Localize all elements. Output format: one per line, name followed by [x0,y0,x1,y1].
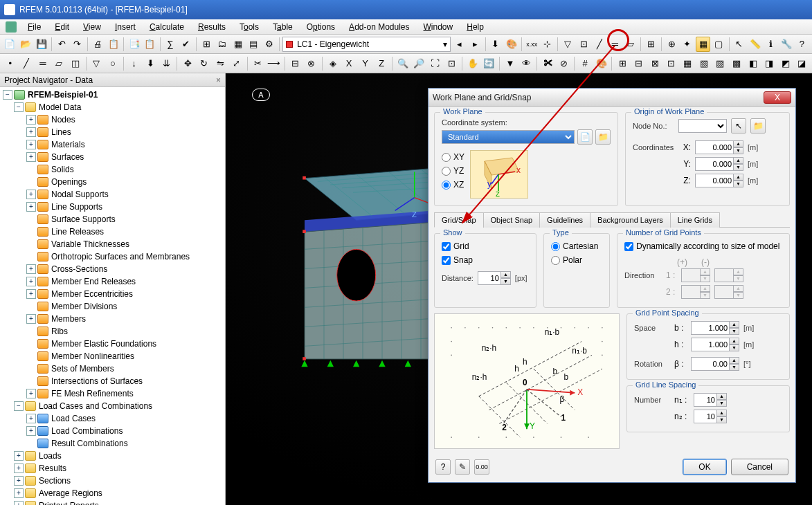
tree-item[interactable]: + Sections [1,475,224,487]
tab-objectsnap[interactable]: Object Snap [483,212,541,228]
tree-item[interactable]: + Nodes [1,113,224,126]
tree-item[interactable]: Ribs [1,325,224,338]
next-lc-icon[interactable]: ▸ [468,37,482,52]
menu-file[interactable]: File [22,21,46,33]
zoom-window-icon[interactable]: ⊡ [444,56,460,71]
show-results-icon[interactable]: 🎨 [504,37,518,52]
view-iso-icon[interactable]: ◈ [325,56,341,71]
misc11-icon[interactable]: ◩ [778,56,793,71]
tree-item[interactable]: + Materials [1,138,224,151]
color-icon[interactable]: 🎨 [594,56,609,71]
new-icon[interactable]: 📄 [3,37,17,52]
tree-root[interactable]: − RFEM-Beispiel-01 [1,89,224,101]
tab-bglayers[interactable]: Background Layers [590,212,671,228]
menu-calculate[interactable]: Calculate [144,21,190,33]
apply-button[interactable]: ✎ [455,459,470,475]
menu-edit[interactable]: Edit [49,21,75,33]
wireframe-icon[interactable]: ▢ [712,37,726,52]
open-icon[interactable]: 📂 [19,37,33,52]
select-icon[interactable]: ↖ [732,37,747,52]
misc2-icon[interactable]: ⊟ [631,56,647,71]
misc6-icon[interactable]: ▧ [696,56,712,71]
orbit-icon[interactable]: 🔄 [482,56,497,71]
view-x-icon[interactable]: X [341,56,357,71]
intersect-icon[interactable]: ⊗ [304,56,319,71]
misc12-icon[interactable]: ◪ [794,56,809,71]
measure-icon[interactable]: 📏 [748,37,762,52]
tab-gridsnap[interactable]: Grid/Snap [434,212,484,228]
hinge-tool-icon[interactable]: ○ [105,56,120,71]
menu-insert[interactable]: Insert [109,21,141,33]
copy-icon[interactable]: 📑 [127,37,141,52]
coord-icon[interactable]: ✦ [680,37,695,52]
render-icon[interactable]: ▦ [696,37,710,52]
menu-options[interactable]: Options [301,21,341,33]
dim-icon[interactable]: x.xx [525,37,539,52]
tree-item[interactable]: Solids [1,163,224,176]
spacing-h-input[interactable]: ▲▼ [691,338,739,351]
tree-lcc[interactable]: − Load Cases and Combinations [1,400,224,412]
snap-icon[interactable]: ⊕ [665,37,679,52]
addon-icon[interactable]: 🔧 [779,37,794,52]
coord-new-button[interactable]: 📄 [577,129,593,145]
tree-item[interactable]: Member Divisions [1,300,224,313]
number-icon[interactable]: # [577,56,593,71]
line-tool-icon[interactable]: ╱ [19,56,35,71]
info-icon[interactable]: ℹ [764,37,778,52]
misc3-icon[interactable]: ⊠ [648,56,663,71]
navigator-tree[interactable]: − RFEM-Beispiel-01 − Model Data + Nodes … [0,87,225,505]
snap-distance-input[interactable]: ▲▼ [478,271,511,285]
zoom-out-icon[interactable]: 🔎 [411,56,426,71]
members-icon[interactable]: ═ [608,37,622,52]
support-tool-icon[interactable]: ▽ [89,56,105,71]
scale-icon[interactable]: ⤢ [229,56,244,71]
show-snap-check[interactable]: Snap [442,253,529,267]
load-line-icon[interactable]: ⬇ [143,56,158,71]
tree-item[interactable]: + Loads [1,450,224,462]
coord-lib-button[interactable]: 📁 [595,129,611,145]
origin-y-input[interactable]: ▲▼ [695,157,743,171]
cancel-button[interactable]: Cancel [731,459,788,475]
member-tool-icon[interactable]: ═ [35,56,51,71]
menu-view[interactable]: View [78,21,107,33]
paste-icon[interactable]: 📋 [143,37,157,52]
divide-icon[interactable]: ✂ [251,56,266,71]
move-icon[interactable]: ✥ [180,56,195,71]
nodes-icon[interactable]: ⊡ [577,37,591,52]
origin-z-input[interactable]: ▲▼ [695,174,743,187]
tree-item[interactable]: + FE Mesh Refinements [1,387,224,400]
tree-item[interactable]: + Lines [1,126,224,138]
tree-item[interactable]: Orthotropic Surfaces and Membranes [1,250,224,263]
type-polar-radio[interactable]: Polar [551,253,602,267]
lines-n2-input[interactable]: ▲▼ [694,410,727,423]
tree-item[interactable]: Sets of Members [1,362,224,375]
lines-icon[interactable]: ╱ [592,37,606,52]
origin-x-input[interactable]: ▲▼ [695,140,743,154]
help-button[interactable]: ? [435,459,451,475]
tab-guidelines[interactable]: Guidelines [539,212,590,228]
set-icon[interactable]: ⊟ [288,56,303,71]
misc1-icon[interactable]: ⊞ [615,56,630,71]
tree-item[interactable]: + Cross-Sections [1,263,224,275]
menu-window[interactable]: Window [418,21,459,33]
help-icon[interactable]: ? [795,37,809,52]
load-area-icon[interactable]: ⇊ [159,56,174,71]
misc5-icon[interactable]: ▦ [680,56,696,71]
navigator-close-icon[interactable]: × [216,75,221,85]
plane-yz-radio[interactable]: YZ [442,164,464,178]
misc7-icon[interactable]: ▨ [713,56,728,71]
node-tool-icon[interactable]: • [3,56,18,71]
print-icon[interactable]: 🖨 [91,37,105,52]
section-icon[interactable]: ⊘ [557,56,572,71]
pick-node-button[interactable]: ↖ [731,118,746,134]
misc9-icon[interactable]: ◧ [746,56,761,71]
menu-help[interactable]: Help [461,21,489,33]
tree-item[interactable]: + Nodal Supports [1,188,224,201]
support-icon[interactable]: ▽ [561,37,575,52]
zoom-in-icon[interactable]: 🔍 [395,56,410,71]
prev-lc-icon[interactable]: ◂ [452,37,467,52]
tree-item[interactable]: + Surfaces [1,151,224,163]
spacing-beta-input[interactable]: ▲▼ [691,357,739,371]
table-icon[interactable]: ⊞ [199,37,214,52]
node-combo[interactable] [678,119,727,133]
